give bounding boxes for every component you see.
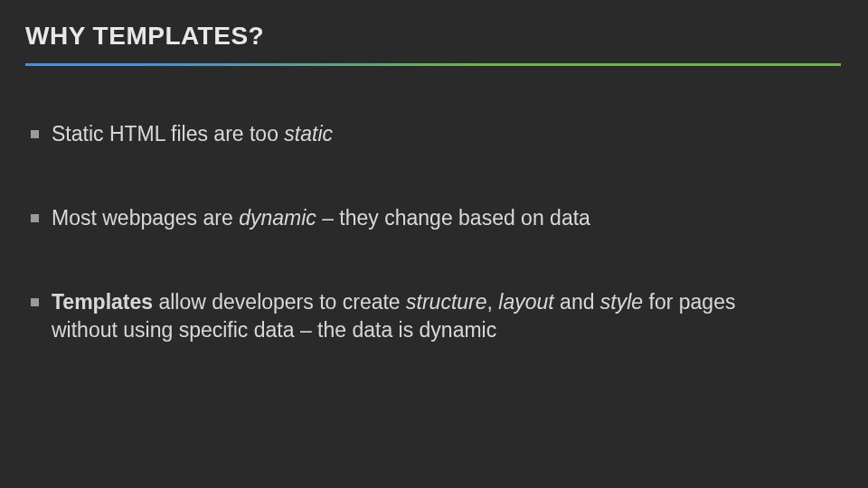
bullet-icon — [31, 130, 39, 138]
title-divider — [25, 63, 841, 66]
slide-title: WHY TEMPLATES? — [25, 22, 843, 51]
bullet-icon — [31, 214, 39, 222]
bullet-list: Static HTML files are too static Most we… — [25, 120, 843, 344]
list-item: Static HTML files are too static — [31, 120, 807, 148]
bullet-text: Static HTML files are too static — [52, 120, 807, 148]
bullet-text: Templates allow developers to create str… — [52, 288, 807, 344]
list-item: Most webpages are dynamic – they change … — [31, 204, 807, 232]
bullet-text: Most webpages are dynamic – they change … — [52, 204, 807, 232]
slide: WHY TEMPLATES? Static HTML files are too… — [0, 0, 868, 488]
bullet-icon — [31, 298, 39, 306]
list-item: Templates allow developers to create str… — [31, 288, 807, 344]
